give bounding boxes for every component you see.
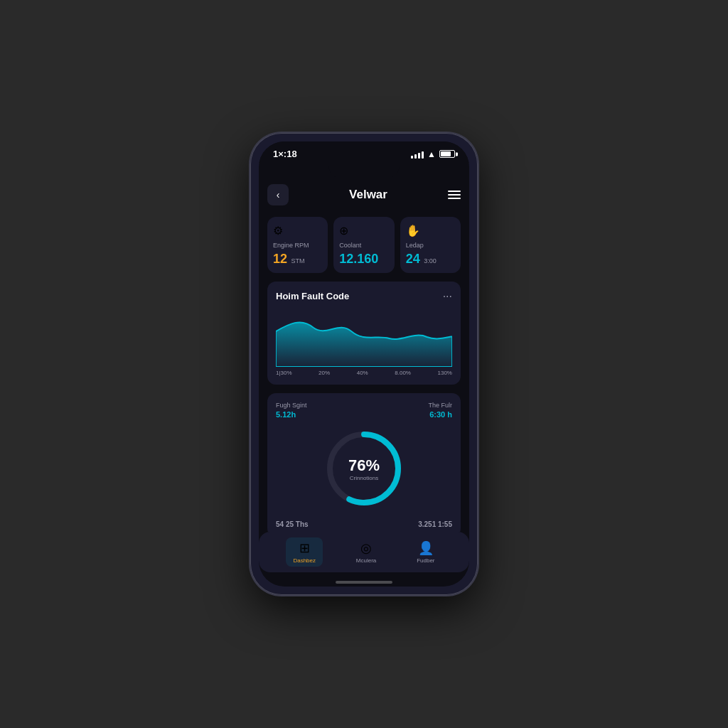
chart-labels: 1|30% 20% 40% 8.00% 130% [276,370,452,376]
menu-line-2 [448,194,461,196]
nav-item-dashboard[interactable]: ⊞ Dashbez [286,537,323,567]
chart-label-0: 1|30% [276,370,292,376]
gauge-top-stats: Fugh Sgint 5.12h The Fulr 6:30 h [276,402,452,419]
gauge-section: Fugh Sgint 5.12h The Fulr 6:30 h 76% [267,393,461,532]
chart-label-3: 8.00% [395,370,411,376]
engine-rpm-value: 12 [273,252,287,266]
engine-rpm-icon: ⚙ [273,224,283,237]
fudber-icon: 👤 [418,540,434,556]
metric-card-ledap[interactable]: ✋ Ledap 24 3:00 [400,217,461,273]
chart-label-4: 130% [438,370,452,376]
menu-line-1 [448,191,461,192]
mculera-icon: ◎ [360,540,372,556]
dashboard-icon: ⊞ [299,540,310,556]
dashboard-label: Dashbez [293,557,316,564]
back-icon: ‹ [277,189,280,200]
app-content: ‹ Velwar ⚙ Engine RPM 12 STM [259,178,469,532]
chart-header: Hoim Fault Code ··· [276,290,452,303]
status-time: 1×:18 [273,149,297,159]
stat-fugh-label: Fugh Sgint [276,402,307,409]
ledap-value-wrap: 24 3:00 [406,252,437,266]
phone-frame: 1×:18 ▲ ‹ [250,133,478,595]
coolant-icon: ⊕ [339,224,348,237]
metric-card-coolant[interactable]: ⊕ Coolant 12.160 [333,217,394,273]
chart-more-button[interactable]: ··· [443,290,452,303]
gauge-wrapper: 76% Crinnotions [321,426,407,511]
metric-cards: ⚙ Engine RPM 12 STM ⊕ Coolant 12.160 ✋ [267,217,461,273]
metric-card-engine-rpm[interactable]: ⚙ Engine RPM 12 STM [267,217,328,273]
ledap-value: 24 [406,252,420,266]
menu-button[interactable] [448,191,461,199]
chart-svg [276,310,452,367]
battery-icon [439,150,455,158]
status-icons: ▲ [411,149,455,159]
home-indicator [336,581,392,584]
chart-label-2: 40% [357,370,368,376]
mculera-label: Mculera [356,557,376,564]
coolant-value: 12.160 [339,252,378,266]
ledap-label: Ledap [406,242,424,250]
chart-title: Hoim Fault Code [276,291,349,301]
engine-rpm-unit: STM [291,257,304,264]
nav-item-mculera[interactable]: ◎ Mculera [349,537,383,567]
wifi-icon: ▲ [427,149,436,159]
fudber-label: Fudber [417,557,434,564]
chart-area [276,310,452,367]
coolant-value-wrap: 12.160 [339,252,378,266]
menu-line-3 [448,198,461,199]
gauge-stat-left: 54 25 Ths [276,520,309,528]
gauge-bottom-stats: 54 25 Ths 3.251 1:55 [276,520,452,528]
gauge-bottom-left: 54 25 Ths [276,520,309,528]
app-title: Velwar [349,188,387,202]
stat-fugh-sgint: Fugh Sgint 5.12h [276,402,307,419]
back-button[interactable]: ‹ [267,184,289,205]
gauge-center-label: Crinnotions [348,474,380,481]
bottom-nav: ⊞ Dashbez ◎ Mculera 👤 Fudber [259,532,469,572]
gauge-text-center: 76% Crinnotions [348,456,380,481]
chart-label-1: 20% [318,370,330,376]
ledap-icon: ✋ [406,224,420,237]
stat-fulr-label: The Fulr [428,402,452,409]
stat-the-fulr: The Fulr 6:30 h [428,402,452,419]
status-bar: 1×:18 ▲ [259,141,469,163]
gauge-stat-right: 3.251 1:55 [418,520,452,528]
signal-icon [411,150,424,159]
ledap-unit: 3:00 [424,257,437,264]
chart-section: Hoim Fault Code ··· [267,282,461,385]
nav-item-fudber[interactable]: 👤 Fudber [410,537,441,567]
gauge-percent: 76% [348,456,380,474]
engine-rpm-value-wrap: 12 STM [273,252,304,266]
app-header: ‹ Velwar [267,178,461,208]
phone-screen: 1×:18 ▲ ‹ [259,141,469,587]
gauge-bottom-right: 3.251 1:55 [418,520,452,528]
notch [328,163,400,178]
stat-fulr-value: 6:30 h [428,410,452,419]
engine-rpm-label: Engine RPM [273,242,309,250]
coolant-label: Coolant [339,242,361,250]
stat-fugh-value: 5.12h [276,410,307,419]
